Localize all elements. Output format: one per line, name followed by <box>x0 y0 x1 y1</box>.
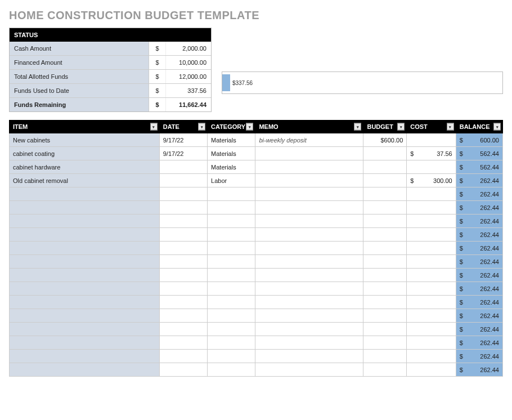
cell-balance[interactable]: $600.00 <box>456 133 502 147</box>
cell-category[interactable]: Materials <box>208 147 255 160</box>
cell-category[interactable] <box>208 242 255 255</box>
cell-balance[interactable]: $262.44 <box>456 336 502 350</box>
col-header-balance[interactable]: BALANCE▾ <box>456 120 502 133</box>
cell-memo[interactable] <box>255 174 363 187</box>
cell-category[interactable] <box>208 187 255 201</box>
cell-cost[interactable] <box>407 336 456 350</box>
cell-memo[interactable] <box>255 309 363 323</box>
cell-cost[interactable] <box>407 201 456 215</box>
cell-cost[interactable] <box>407 269 456 282</box>
filter-icon[interactable]: ▾ <box>354 123 361 131</box>
cell-date[interactable] <box>159 242 207 255</box>
cell-balance[interactable]: $262.44 <box>456 255 502 269</box>
cell-balance[interactable]: $262.44 <box>456 282 502 296</box>
cell-balance[interactable]: $262.44 <box>456 363 502 377</box>
cell-balance[interactable]: $262.44 <box>456 296 502 309</box>
cell-date[interactable] <box>159 296 207 309</box>
cell-budget[interactable] <box>363 201 407 215</box>
cell-date[interactable] <box>159 215 207 228</box>
cell-item[interactable] <box>10 323 160 336</box>
cell-budget[interactable] <box>363 282 407 296</box>
cell-memo[interactable] <box>255 296 363 309</box>
cell-balance[interactable]: $262.44 <box>456 242 502 255</box>
col-header-category[interactable]: CATEGORY▾ <box>208 120 255 133</box>
cell-cost[interactable]: $37.56 <box>407 147 456 160</box>
cell-memo[interactable]: bi-weekly deposit <box>255 133 363 147</box>
cell-category[interactable]: Materials <box>208 160 255 174</box>
cell-budget[interactable] <box>363 309 407 323</box>
cell-memo[interactable] <box>255 187 363 201</box>
cell-item[interactable] <box>10 228 160 242</box>
cell-balance[interactable]: $262.44 <box>456 309 502 323</box>
cell-date[interactable] <box>159 201 207 215</box>
cell-memo[interactable] <box>255 228 363 242</box>
cell-date[interactable]: 9/17/22 <box>159 133 207 147</box>
cell-cost[interactable] <box>407 215 456 228</box>
cell-category[interactable] <box>208 228 255 242</box>
cell-date[interactable] <box>159 363 207 377</box>
cell-category[interactable] <box>208 282 255 296</box>
filter-icon[interactable]: ▾ <box>246 123 253 131</box>
cell-item[interactable]: cabinet coating <box>10 147 160 160</box>
cell-category[interactable] <box>208 201 255 215</box>
cell-category[interactable] <box>208 363 255 377</box>
cell-date[interactable] <box>159 282 207 296</box>
cell-item[interactable] <box>10 296 160 309</box>
col-header-memo[interactable]: MEMO▾ <box>255 120 363 133</box>
filter-icon[interactable]: ▾ <box>198 123 205 131</box>
cell-cost[interactable] <box>407 242 456 255</box>
col-header-cost[interactable]: COST▾ <box>407 120 456 133</box>
cell-balance[interactable]: $262.44 <box>456 201 502 215</box>
cell-category[interactable] <box>208 323 255 336</box>
cell-date[interactable]: 9/17/22 <box>159 147 207 160</box>
cell-item[interactable] <box>10 242 160 255</box>
cell-item[interactable] <box>10 363 160 377</box>
cell-memo[interactable] <box>255 350 363 363</box>
cell-item[interactable] <box>10 309 160 323</box>
cell-category[interactable]: Materials <box>208 133 255 147</box>
col-header-budget[interactable]: BUDGET▾ <box>363 120 407 133</box>
cell-balance[interactable]: $262.44 <box>456 174 502 187</box>
cell-cost[interactable] <box>407 296 456 309</box>
cell-item[interactable]: New cabinets <box>10 133 160 147</box>
cell-date[interactable] <box>159 350 207 363</box>
cell-budget[interactable] <box>363 363 407 377</box>
cell-date[interactable] <box>159 160 207 174</box>
col-header-item[interactable]: ITEM▾ <box>10 120 160 133</box>
cell-budget[interactable] <box>363 255 407 269</box>
cell-budget[interactable] <box>363 160 407 174</box>
cell-memo[interactable] <box>255 336 363 350</box>
cell-date[interactable] <box>159 228 207 242</box>
cell-category[interactable] <box>208 336 255 350</box>
cell-budget[interactable] <box>363 350 407 363</box>
cell-item[interactable] <box>10 215 160 228</box>
cell-cost[interactable] <box>407 363 456 377</box>
cell-budget[interactable] <box>363 228 407 242</box>
cell-balance[interactable]: $562.44 <box>456 160 502 174</box>
cell-item[interactable]: cabinet hardware <box>10 160 160 174</box>
cell-memo[interactable] <box>255 160 363 174</box>
cell-budget[interactable] <box>363 174 407 187</box>
cell-item[interactable] <box>10 255 160 269</box>
cell-balance[interactable]: $262.44 <box>456 228 502 242</box>
cell-budget[interactable] <box>363 215 407 228</box>
cell-category[interactable] <box>208 215 255 228</box>
cell-memo[interactable] <box>255 323 363 336</box>
filter-icon[interactable]: ▾ <box>150 123 158 131</box>
cell-item[interactable] <box>10 282 160 296</box>
cell-balance[interactable]: $262.44 <box>456 215 502 228</box>
cell-cost[interactable] <box>407 255 456 269</box>
cell-cost[interactable] <box>407 350 456 363</box>
cell-cost[interactable]: $300.00 <box>407 174 456 187</box>
cell-date[interactable] <box>159 336 207 350</box>
cell-category[interactable] <box>208 309 255 323</box>
cell-cost[interactable] <box>407 133 456 147</box>
cell-cost[interactable] <box>407 309 456 323</box>
cell-memo[interactable] <box>255 255 363 269</box>
col-header-date[interactable]: DATE▾ <box>159 120 207 133</box>
cell-item[interactable] <box>10 336 160 350</box>
filter-icon[interactable]: ▾ <box>493 123 501 131</box>
cell-date[interactable] <box>159 309 207 323</box>
cell-memo[interactable] <box>255 282 363 296</box>
cell-budget[interactable] <box>363 336 407 350</box>
